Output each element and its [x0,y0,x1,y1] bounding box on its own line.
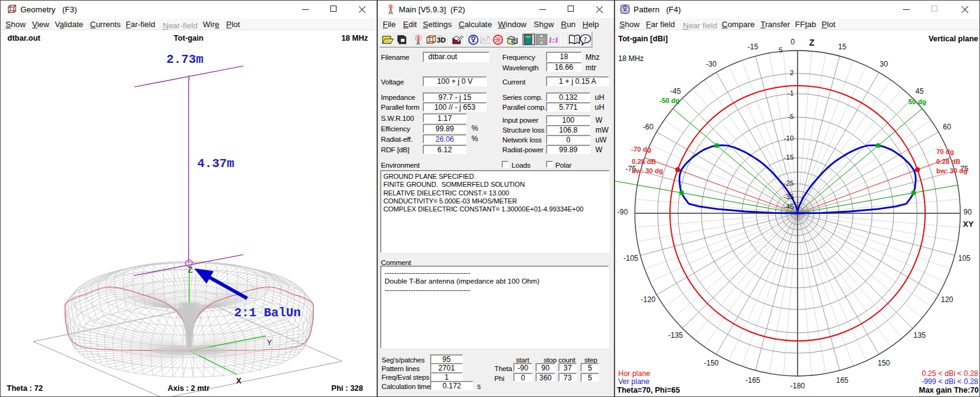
svg-text:-10: -10 [783,134,794,142]
svg-text:15: 15 [838,43,847,51]
svg-text:105: 105 [958,254,970,263]
svg-text:1:1: 1:1 [549,36,558,44]
svg-text:135: 135 [913,331,926,340]
svg-text:-120: -120 [640,295,655,304]
svg-text:bw: 30 dg: bw: 30 dg [936,167,968,174]
svg-text:-180: -180 [790,382,805,390]
svg-text:-25: -25 [783,179,794,187]
svg-text:-1: -1 [788,89,794,97]
svg-text:-105: -105 [623,254,638,263]
svg-text:90: 90 [963,208,972,216]
svg-text:0: 0 [791,38,795,46]
svg-text:2: 2 [790,69,794,76]
svg-text:-70 dg: -70 dg [631,145,651,153]
svg-text:50 dg: 50 dg [909,98,926,105]
svg-text:70 dg: 70 dg [936,148,954,155]
svg-text:0.28 dB: 0.28 dB [936,158,960,165]
svg-text:-90: -90 [617,208,628,216]
svg-text:2:1 BalUn: 2:1 BalUn [234,306,301,320]
svg-text:-15: -15 [783,153,794,161]
svg-text:Z: Z [809,38,815,47]
svg-text:-15: -15 [748,43,759,51]
svg-text:-60: -60 [643,123,654,131]
svg-text:-45: -45 [783,203,794,210]
svg-text:150: 150 [878,359,890,367]
svg-text:0.28 dB: 0.28 dB [632,158,656,165]
svg-text:-5: -5 [788,113,794,120]
svg-text:4.37m: 4.37m [197,157,234,171]
svg-text:XY: XY [963,219,974,229]
svg-text:-30: -30 [706,60,717,68]
svg-text:30: 30 [880,60,888,68]
svg-text:5: 5 [779,46,783,54]
svg-text:-165: -165 [745,376,760,385]
svg-text:-50 dg: -50 dg [659,97,679,104]
svg-text:60: 60 [943,123,952,131]
svg-text:120: 120 [941,295,953,304]
svg-text:-135: -135 [668,331,683,340]
svg-text:3D: 3D [437,36,446,44]
svg-text:-35: -35 [783,193,794,200]
svg-text:2.73m: 2.73m [166,52,203,67]
svg-text:-45: -45 [670,87,681,96]
svg-text:45: 45 [915,87,924,96]
svg-text:-150: -150 [704,359,719,367]
svg-text:165: 165 [836,376,848,385]
svg-text:Y: Y [267,338,272,347]
svg-text:bw: 30 dg: bw: 30 dg [632,167,663,174]
svg-text:?: ? [584,35,587,43]
